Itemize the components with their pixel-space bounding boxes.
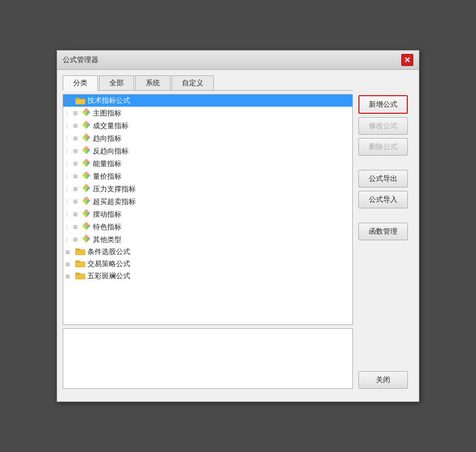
tree-row-other[interactable]: ⊞ 五彩斑斓公式 xyxy=(63,270,352,282)
tree-item-label: 特色指标 xyxy=(93,222,121,232)
tree-row[interactable]: ┊ ⊞ 超买超卖指标 xyxy=(63,195,352,208)
tree-item-label: 五彩斑斓公式 xyxy=(87,271,130,281)
svg-rect-56 xyxy=(75,250,85,255)
folder-icon xyxy=(75,97,85,104)
tree-item-label: 超买超卖指标 xyxy=(93,197,136,207)
left-panel: 分类 全部 系统 自定义 ⊟ 技 xyxy=(63,75,353,389)
tree-item-label: 其他类型 xyxy=(93,235,121,245)
tree-item-label: 趋向指标 xyxy=(93,134,121,144)
tab-all[interactable]: 全部 xyxy=(99,75,134,90)
tree-row-other[interactable]: ⊞ 条件选股公式 xyxy=(63,246,352,258)
right-panel: 新增公式 修改公式 删除公式 公式导出 公式导入 函数管理 关闭 xyxy=(358,75,413,389)
tree-item-label: 摆动指标 xyxy=(93,210,121,219)
bottom-panel xyxy=(63,328,353,389)
add-formula-button[interactable]: 新增公式 xyxy=(358,95,408,114)
tree-item-label: 量价指标 xyxy=(93,172,121,181)
svg-rect-57 xyxy=(75,262,85,267)
tree-row[interactable]: ┊ ⊞ 特色指标 xyxy=(63,221,352,233)
tree-row[interactable]: ┊ ⊞ 压力支撑指标 xyxy=(63,183,352,195)
tree-item-label: 成交量指标 xyxy=(93,121,129,131)
svg-rect-0 xyxy=(75,99,85,104)
tree-children: ┊ ⊞ 主图指标 ┊ ⊞ 成交量指标 ┊ ⊞ 趋向指标 ┊ ⊞ xyxy=(63,107,352,246)
svg-rect-58 xyxy=(75,274,85,279)
tree-row[interactable]: ┊ ⊞ 趋向指标 xyxy=(63,132,352,145)
tree-label-root: 技术指标公式 xyxy=(87,96,130,106)
close-button[interactable]: 关闭 xyxy=(358,371,408,389)
edit-formula-button: 修改公式 xyxy=(358,117,408,135)
tree-item-label: 反趋向指标 xyxy=(93,146,129,156)
dialog-title: 公式管理器 xyxy=(63,55,98,65)
tree-row-other[interactable]: ⊞ 交易策略公式 xyxy=(63,258,352,270)
tree-row[interactable]: ┊ ⊞ 反趋向指标 xyxy=(63,145,352,157)
tree-row-root[interactable]: ⊟ 技术指标公式 xyxy=(63,95,352,107)
dialog-body: 分类 全部 系统 自定义 ⊟ 技 xyxy=(57,70,419,394)
close-icon[interactable]: ✕ xyxy=(401,54,413,66)
func-manage-button[interactable]: 函数管理 xyxy=(358,223,408,240)
formula-manager-dialog: 公式管理器 ✕ 分类 全部 系统 自定义 ⊟ xyxy=(57,50,419,402)
delete-formula-button: 删除公式 xyxy=(358,138,408,156)
export-formula-button[interactable]: 公式导出 xyxy=(358,170,408,188)
import-formula-button[interactable]: 公式导入 xyxy=(358,191,408,208)
tree-row[interactable]: ┊ ⊞ 能量指标 xyxy=(63,157,352,170)
tree-row[interactable]: ┊ ⊞ 量价指标 xyxy=(63,170,352,183)
tab-bar: 分类 全部 系统 自定义 xyxy=(63,75,353,91)
formula-tree[interactable]: ⊟ 技术指标公式 ┊ ⊞ xyxy=(63,94,353,325)
tree-item-label: 交易策略公式 xyxy=(87,259,130,269)
tree-row[interactable]: ┊ ⊞ 主图指标 xyxy=(63,107,352,119)
title-bar: 公式管理器 ✕ xyxy=(57,51,419,70)
tree-item-label: 压力支撑指标 xyxy=(93,184,136,194)
tree-item-label: 条件选股公式 xyxy=(87,247,130,257)
tab-category[interactable]: 分类 xyxy=(63,75,98,91)
tree-row[interactable]: ┊ ⊞ 摆动指标 xyxy=(63,208,352,221)
tree-item-label: 主图指标 xyxy=(93,108,121,118)
tree-row[interactable]: ┊ ⊞ 成交量指标 xyxy=(63,119,352,132)
tab-system[interactable]: 系统 xyxy=(135,75,170,90)
tree-item-label: 能量指标 xyxy=(93,159,121,169)
tree-row[interactable]: ┊ ⊞ 其他类型 xyxy=(63,233,352,246)
tab-custom[interactable]: 自定义 xyxy=(171,75,214,90)
tree-other-roots: ⊞ 条件选股公式 ⊞ 交易策略公式 ⊞ 五彩斑斓公式 xyxy=(63,246,352,282)
